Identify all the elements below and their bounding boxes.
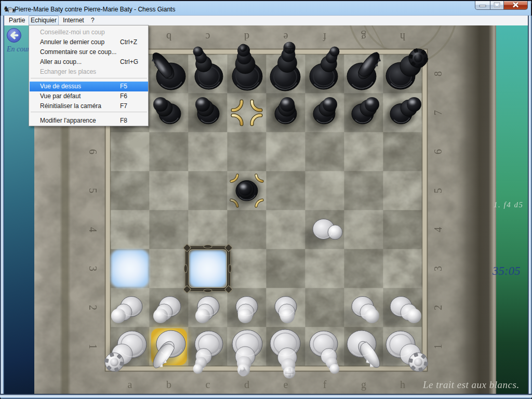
svg-text:b: b [166, 31, 171, 43]
svg-text:c: c [205, 31, 210, 43]
svg-text:f: f [323, 379, 327, 390]
svg-text:Le trait est aux blancs.: Le trait est aux blancs. [422, 379, 520, 390]
svg-text:f: f [323, 31, 326, 43]
svg-text:g: g [361, 31, 366, 43]
svg-text:4: 4 [87, 227, 99, 232]
svg-text:c: c [206, 379, 210, 390]
svg-text:a: a [128, 379, 132, 390]
svg-text:1. f4 d5: 1. f4 d5 [494, 201, 523, 209]
svg-text:35:05: 35:05 [492, 264, 521, 277]
svg-text:b: b [166, 379, 171, 390]
svg-text:2: 2 [87, 305, 99, 310]
svg-text:d: d [244, 379, 249, 390]
svg-text:3: 3 [87, 266, 99, 271]
svg-text:5: 5 [432, 188, 444, 193]
svg-text:h: h [400, 379, 405, 390]
svg-text:8: 8 [432, 71, 444, 76]
svg-text:2: 2 [432, 305, 444, 310]
svg-text:6: 6 [87, 149, 99, 154]
svg-text:3: 3 [432, 266, 444, 271]
svg-text:1: 1 [432, 344, 444, 349]
svg-text:5: 5 [87, 188, 99, 193]
svg-text:7: 7 [432, 110, 444, 115]
svg-text:e: e [284, 379, 288, 390]
svg-text:1: 1 [87, 344, 99, 349]
svg-text:4: 4 [432, 227, 444, 232]
svg-text:h: h [400, 31, 405, 43]
svg-text:d: d [244, 31, 249, 43]
svg-text:6: 6 [432, 149, 444, 154]
svg-text:g: g [361, 379, 366, 391]
svg-text:e: e [283, 31, 288, 43]
